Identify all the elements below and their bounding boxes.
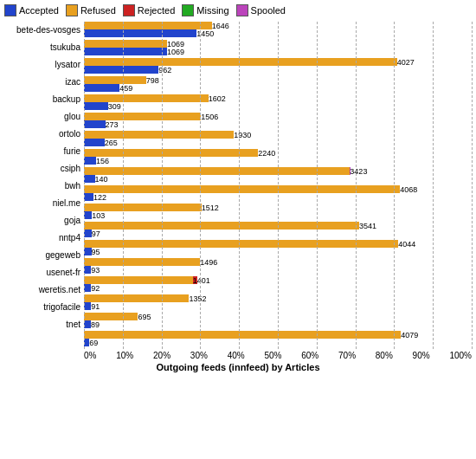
x-axis-label: 50%: [264, 351, 281, 360]
bar-refused: [84, 185, 400, 193]
bar-accepted: [84, 248, 92, 255]
x-axis-label: 40%: [228, 351, 245, 360]
y-label: lysator: [4, 56, 84, 74]
legend-item-refused: Refused: [66, 4, 116, 16]
x-title: Outgoing feeds (innfeed) by Articles: [4, 362, 472, 372]
bar-refused: [84, 94, 209, 102]
bar-accepted: [84, 193, 93, 201]
bar-refused: [84, 240, 398, 248]
legend-item-rejected: Rejected: [123, 4, 175, 16]
bars-section: 1646145010691069402796279845916023091506…: [84, 22, 472, 349]
bar-label-accepted: 309: [108, 102, 121, 111]
bar-row: 135291: [84, 294, 472, 312]
bar-accepted: [84, 320, 91, 328]
bar-refused: [84, 258, 200, 266]
x-axis-label: 30%: [190, 351, 208, 360]
y-label: nntp4: [4, 230, 84, 247]
bar-refused: [84, 76, 146, 84]
legend-label-spooled: Spooled: [251, 5, 286, 16]
bar-row: 1512103: [84, 204, 472, 221]
bar-refused: [84, 149, 258, 157]
bar-row: 407969: [84, 331, 472, 348]
x-axis-label: 70%: [338, 351, 356, 360]
bar-accepted: [84, 48, 167, 55]
bar-label-accepted: 89: [91, 320, 100, 329]
bar-label-accepted: 1069: [167, 48, 184, 56]
bar-label-accepted: 92: [91, 284, 100, 293]
bar-refused: [84, 58, 397, 66]
legend-label-missing: Missing: [196, 5, 228, 16]
bar-accepted: [84, 66, 158, 74]
y-label: gegeweb: [4, 247, 84, 264]
legend-swatch-missing: [182, 4, 194, 16]
y-labels: bete-des-vosgestsukubalysatorizacbackupg…: [4, 22, 84, 349]
y-label: goja: [4, 212, 84, 230]
x-axis: 0%10%20%30%40%50%60%70%80%90%100%: [4, 351, 472, 360]
bar-refused: [84, 276, 193, 284]
y-label: izac: [4, 74, 84, 91]
y-label: weretis.net: [4, 281, 84, 299]
bar-label-accepted: 459: [119, 84, 132, 93]
x-labels: 0%10%20%30%40%50%60%70%80%90%100%: [84, 351, 472, 360]
bar-row: 4027962: [84, 58, 472, 75]
bar-refused: [84, 40, 167, 48]
bar-row: 10691069: [84, 40, 472, 57]
x-axis-label: 80%: [376, 351, 393, 360]
bar-row: 3423140: [84, 167, 472, 184]
bar-label-accepted: 93: [91, 266, 100, 275]
chart-container: AcceptedRefusedRejectedMissingSpooled be…: [0, 0, 476, 459]
y-label: tsukuba: [4, 39, 84, 56]
bar-row: 16461450: [84, 22, 472, 39]
bar-accepted: [84, 157, 96, 165]
bar-refused: [84, 167, 350, 175]
legend-item-accepted: Accepted: [4, 4, 59, 16]
legend-swatch-rejected: [123, 4, 135, 16]
bar-label-accepted: 122: [93, 193, 106, 202]
bar-label-accepted: 1450: [196, 29, 214, 38]
bar-row: 2240156: [84, 149, 472, 166]
y-label: backup: [4, 91, 84, 108]
bar-accepted: [84, 120, 106, 128]
x-axis-label: 90%: [413, 351, 430, 360]
bar-label-accepted: 140: [95, 175, 108, 184]
y-label: usenet-fr: [4, 264, 84, 281]
bar-row: 149693: [84, 258, 472, 275]
bar-accepted: [84, 211, 92, 219]
bar-refused: [84, 313, 138, 320]
bar-row: 4068122: [84, 185, 472, 203]
bar-accepted: [84, 302, 91, 310]
y-label: glou: [4, 108, 84, 126]
bar-accepted: [84, 102, 108, 110]
legend-label-accepted: Accepted: [19, 5, 59, 16]
y-label: ortolo: [4, 126, 84, 143]
bar-accepted: [84, 175, 95, 183]
legend-label-refused: Refused: [80, 5, 116, 16]
grid-line: [472, 22, 473, 349]
x-axis-label: 10%: [116, 351, 133, 360]
bar-label-accepted: 156: [96, 157, 109, 165]
bar-label-accepted: 103: [92, 211, 105, 220]
bar-refused: [84, 331, 401, 339]
y-label: trigofacile: [4, 299, 84, 316]
bar-label-accepted: 91: [91, 302, 100, 311]
bar-refused: [84, 204, 202, 211]
bar-row: 798459: [84, 76, 472, 94]
bar-row: 1930265: [84, 131, 472, 148]
y-label: bete-des-vosges: [4, 22, 84, 39]
bar-refused: [84, 22, 212, 29]
y-label: niel.me: [4, 195, 84, 212]
x-axis-label: 0%: [84, 351, 96, 360]
x-axis-label: 60%: [301, 351, 318, 360]
bar-label-accepted: 69: [89, 339, 98, 347]
bar-accepted: [84, 29, 196, 37]
bar-label-accepted: 95: [92, 248, 100, 256]
bar-refused: [84, 222, 359, 230]
legend-item-missing: Missing: [182, 4, 228, 16]
y-label: furie: [4, 143, 84, 160]
y-label: bwh: [4, 178, 84, 195]
bar-row: 1506273: [84, 113, 472, 130]
legend-swatch-refused: [66, 4, 78, 16]
legend-swatch-spooled: [236, 4, 248, 16]
bar-row: 69589: [84, 313, 472, 330]
bar-accepted: [84, 266, 91, 274]
